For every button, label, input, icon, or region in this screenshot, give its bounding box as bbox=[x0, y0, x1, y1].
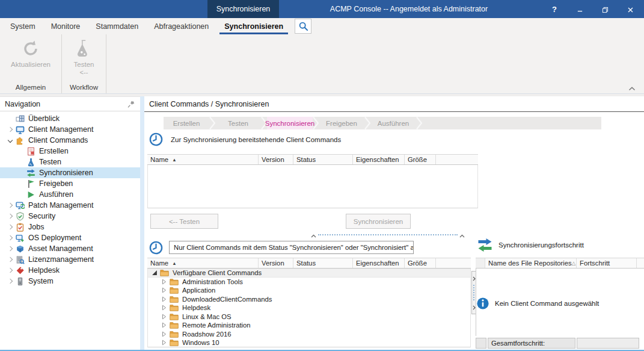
column-header-name[interactable]: Name▲ bbox=[147, 258, 259, 268]
progress-empty-message: Kein Client Command ausgewählt bbox=[495, 300, 599, 307]
nav-item-synchronisieren[interactable]: Synchronisieren bbox=[0, 167, 140, 178]
help-button[interactable]: ? bbox=[542, 0, 567, 18]
close-button[interactable] bbox=[618, 0, 643, 18]
nav-expander-slot[interactable] bbox=[5, 222, 16, 232]
nav-item-os-deployment[interactable]: OS Deployment bbox=[0, 232, 140, 243]
nav-item-patch-management[interactable]: Patch Management bbox=[0, 200, 140, 211]
tree-collapsed-icon[interactable] bbox=[161, 340, 167, 346]
tree-expanded-icon[interactable] bbox=[152, 270, 158, 276]
tree-collapsed-icon[interactable] bbox=[161, 322, 167, 328]
ribbon-tab-abfrageaktionen[interactable]: Abfrageaktionen bbox=[146, 18, 216, 34]
tree-row-linux-mac-os[interactable]: Linux & Mac OS bbox=[148, 312, 470, 321]
nav-content-splitter[interactable] bbox=[140, 96, 144, 350]
titlebar-context-tab[interactable]: Synchronisieren bbox=[207, 0, 279, 18]
column-header-status[interactable]: Status bbox=[293, 258, 353, 268]
status-filter-value: Nur Client Commands mit dem Status "Sync… bbox=[174, 244, 414, 251]
workflow-step-freigeben[interactable]: Freigeben bbox=[319, 117, 364, 129]
nav-expander-slot[interactable] bbox=[5, 232, 16, 243]
restore-button[interactable] bbox=[592, 0, 618, 18]
chevron-right-icon bbox=[8, 203, 13, 208]
nav-item-testen[interactable]: Testen bbox=[0, 157, 140, 167]
ribbon-tab-monitore[interactable]: Monitore bbox=[43, 18, 88, 34]
column-header-version[interactable]: Version bbox=[259, 258, 293, 268]
synchronisieren-button[interactable]: Synchronisieren bbox=[346, 214, 411, 229]
workflow-step-ausfuhren[interactable]: Ausführen bbox=[370, 117, 416, 129]
ribbon-tab-synchronisieren[interactable]: Synchronisieren bbox=[216, 18, 291, 34]
horizontal-splitter[interactable] bbox=[311, 232, 465, 237]
tree-collapsed-icon[interactable] bbox=[161, 305, 167, 311]
nav-item-label: Asset Management bbox=[28, 244, 93, 253]
workflow-step-synchronisieren[interactable]: Synchronisieren bbox=[267, 117, 313, 129]
nav-item-erstellen[interactable]: Erstellen bbox=[0, 146, 140, 157]
column-header-blank[interactable] bbox=[476, 258, 485, 268]
nav-item-client-management[interactable]: Client Management bbox=[0, 124, 140, 135]
nav-item-freigeben[interactable]: Freigeben bbox=[0, 178, 140, 189]
tree-collapsed-icon[interactable] bbox=[161, 287, 167, 293]
tree-row-roadshow-2016[interactable]: Roadshow 2016 bbox=[148, 330, 470, 339]
search-button[interactable] bbox=[295, 19, 311, 34]
column-header-eigenschaften[interactable]: Eigenschaften bbox=[353, 258, 405, 268]
tree-row-remote-administration[interactable]: Remote Administration bbox=[148, 321, 470, 330]
ribbon-tab-stammdaten[interactable]: Stammdaten bbox=[88, 18, 146, 34]
nav-item-client-commands[interactable]: Client Commands bbox=[0, 135, 140, 146]
tree-table-body: Verfügbare Client CommandsAdministration… bbox=[147, 269, 471, 347]
column-label: Name bbox=[150, 156, 168, 163]
tree-collapsed-icon[interactable] bbox=[161, 296, 167, 302]
chevron-right-icon bbox=[8, 214, 13, 219]
tree-row-downloadedclientcommands[interactable]: DownloadedClientCommands bbox=[148, 295, 470, 304]
column-header-filler bbox=[436, 258, 471, 268]
nav-expander-slot[interactable] bbox=[5, 265, 16, 276]
column-header-version[interactable]: Version bbox=[259, 155, 293, 164]
ribbon-button-sublabel: <-- bbox=[80, 69, 88, 76]
nav-item-uberblick[interactable]: Überblick bbox=[0, 113, 140, 124]
chevron-right-icon bbox=[8, 257, 13, 262]
nav-expander-slot[interactable] bbox=[5, 200, 16, 211]
nav-item-system[interactable]: System bbox=[0, 276, 140, 287]
tree-row-windows-10[interactable]: Windows 10 bbox=[148, 338, 470, 347]
nav-item-label: Jobs bbox=[28, 223, 44, 231]
tree-row-helpdesk[interactable]: Helpdesk bbox=[148, 303, 470, 312]
column-label: Status bbox=[296, 156, 316, 163]
testen-ribbon-button[interactable]: Testen<-- bbox=[70, 39, 98, 81]
column-header-eigenschaften[interactable]: Eigenschaften bbox=[353, 155, 405, 164]
nav-expander-slot[interactable] bbox=[5, 124, 16, 135]
nav-expander-slot[interactable] bbox=[5, 211, 16, 222]
nav-item-jobs[interactable]: Jobs bbox=[0, 222, 140, 232]
chevron-right-icon bbox=[473, 273, 476, 284]
tree-collapsed-icon[interactable] bbox=[161, 279, 167, 285]
column-header-name[interactable]: Name▲ bbox=[147, 155, 259, 164]
workflow-step-testen[interactable]: Testen bbox=[215, 117, 261, 129]
nav-item-helpdesk[interactable]: Helpdesk bbox=[0, 265, 140, 276]
nav-expander-slot[interactable] bbox=[5, 243, 16, 254]
workflow-step-erstellen[interactable]: Erstellen bbox=[164, 117, 209, 129]
column-header-status[interactable]: Status bbox=[293, 155, 353, 164]
aktualisieren-ribbon-button[interactable]: Aktualisieren bbox=[7, 39, 54, 81]
column-header-grosse[interactable]: Größe bbox=[405, 258, 436, 268]
navigation-header: Navigation bbox=[0, 96, 140, 111]
tree-collapsed-icon[interactable] bbox=[161, 331, 167, 337]
tree-collapsed-icon[interactable] bbox=[161, 314, 167, 320]
testen-button[interactable]: <-- Testen bbox=[150, 214, 218, 229]
ribbon-collapse-button[interactable] bbox=[628, 82, 636, 87]
flag-icon bbox=[26, 179, 35, 188]
tree-row-verfugbare-client-commands[interactable]: Verfügbare Client Commands bbox=[148, 269, 470, 278]
column-header-fortschritt[interactable]: Fortschritt bbox=[577, 258, 637, 268]
nav-item-lizenzmanagement[interactable]: Lizenzmanagement bbox=[0, 254, 140, 265]
tree-row-application[interactable]: Application bbox=[148, 286, 470, 295]
nav-item-ausfuhren[interactable]: Ausführen bbox=[0, 189, 140, 200]
ribbon-tab-system[interactable]: System bbox=[2, 18, 43, 34]
minimize-button[interactable] bbox=[567, 0, 592, 18]
ribbon: AktualisierenAllgemeinTesten<--Workflow bbox=[0, 34, 644, 94]
status-filter-dropdown[interactable]: Nur Client Commands mit dem Status "Sync… bbox=[169, 241, 414, 254]
tree-row-administration-tools[interactable]: Administration Tools bbox=[148, 278, 470, 287]
nav-expander-slot[interactable] bbox=[5, 254, 16, 265]
nav-item-security[interactable]: Security bbox=[0, 211, 140, 222]
nav-expander-slot bbox=[5, 113, 16, 124]
nav-expander-slot[interactable] bbox=[5, 276, 16, 287]
column-header-name-des-file-repositories[interactable]: Name des File Repositories△ bbox=[485, 258, 577, 268]
nav-expander-slot[interactable] bbox=[5, 135, 16, 146]
column-header-grosse[interactable]: Größe bbox=[405, 155, 436, 164]
nav-item-asset-management[interactable]: Asset Management bbox=[0, 243, 140, 254]
pin-icon[interactable] bbox=[127, 100, 135, 108]
column-header-filler bbox=[637, 258, 644, 268]
